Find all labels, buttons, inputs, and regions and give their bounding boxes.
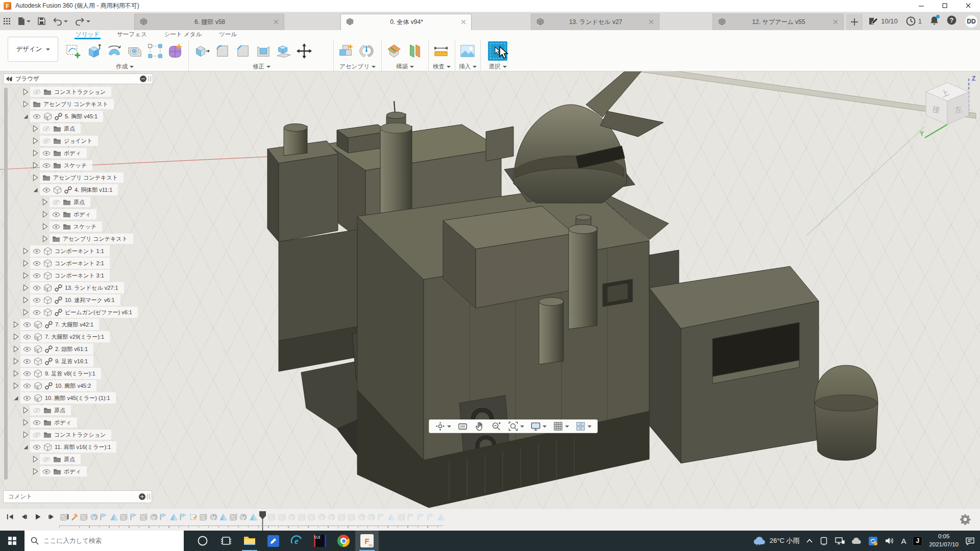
construct-plane-icon[interactable] (385, 41, 403, 61)
document-tab[interactable]: 6. 腰部 v58 (134, 14, 284, 30)
visibility-eye-icon[interactable] (52, 199, 60, 205)
timeline-feature-joint-icon[interactable] (209, 511, 219, 522)
env-tab[interactable]: ソリッド (75, 30, 101, 39)
timeline-feature-plane-icon[interactable] (129, 511, 139, 522)
visibility-eye-icon[interactable] (33, 114, 41, 119)
close-button[interactable] (957, 0, 980, 12)
visibility-eye-icon[interactable] (33, 408, 41, 413)
comment-box[interactable]: コメント (3, 490, 152, 503)
action-center-icon[interactable] (965, 537, 975, 545)
timeline-feature-mirror-icon[interactable] (386, 511, 397, 522)
close-tab-icon[interactable] (649, 19, 654, 26)
timeline-feature-plane-icon[interactable] (377, 511, 387, 522)
visibility-eye-icon[interactable] (42, 151, 51, 156)
timeline-feature-joint-icon[interactable] (287, 511, 297, 522)
browser-row[interactable]: 原点 (7, 404, 138, 416)
insert-canvas-icon[interactable] (458, 41, 477, 61)
visibility-eye-icon[interactable] (23, 371, 31, 377)
new-component-icon[interactable] (337, 41, 355, 61)
timeline-feature-plane-icon[interactable] (416, 511, 427, 522)
document-tab[interactable]: 12. サブアーム v55 (713, 14, 844, 30)
expand-arrow-icon[interactable] (22, 272, 29, 279)
expand-arrow-icon[interactable] (22, 296, 29, 304)
file-menu-icon[interactable] (18, 17, 31, 26)
timeline-feature-component-icon[interactable] (397, 511, 407, 522)
press-pull-icon[interactable] (193, 41, 211, 61)
browser-row[interactable]: コンポーネント 3:1 (7, 269, 138, 282)
construct-group-label[interactable]: 構築 (382, 63, 428, 70)
help-button[interactable]: ? (947, 15, 957, 27)
browser-row[interactable]: 9. 足首 v16:1 (7, 355, 138, 367)
pan-tool-icon[interactable] (472, 420, 487, 433)
visibility-eye-icon[interactable] (42, 163, 51, 168)
taskbar-search-box[interactable] (24, 531, 184, 551)
user-avatar[interactable]: DD (965, 15, 978, 28)
taskbar-vix-button[interactable]: ViX (308, 531, 332, 551)
collapse-arrow-icon[interactable] (12, 394, 19, 402)
collapse-arrow-icon[interactable] (22, 113, 29, 120)
browser-row[interactable]: 5. 胸部 v45:1 (7, 110, 138, 122)
grid-settings-icon[interactable] (551, 420, 571, 433)
timeline-feature-plane-icon[interactable] (179, 511, 189, 522)
measure-icon[interactable] (432, 41, 450, 61)
visibility-eye-icon[interactable] (33, 310, 41, 315)
tray-volume-icon[interactable] (885, 537, 894, 545)
close-tab-icon[interactable] (461, 19, 466, 26)
fillet-icon[interactable] (213, 41, 232, 61)
expand-arrow-icon[interactable] (41, 198, 48, 206)
browser-row[interactable]: ジョイント (7, 135, 138, 147)
taskbar-weather-widget[interactable]: 26°C 小雨 (753, 536, 800, 545)
new-tab-button[interactable] (846, 14, 863, 30)
timeline-feature-plane-icon[interactable] (406, 511, 416, 522)
start-button[interactable] (0, 531, 24, 551)
tray-remote-app-icon[interactable] (868, 536, 878, 546)
visibility-eye-icon[interactable] (33, 285, 41, 291)
visibility-eye-icon[interactable] (42, 457, 51, 462)
timeline-feature-component-icon[interactable] (337, 511, 347, 522)
browser-row[interactable]: 4. 胴体部 v11:1 (7, 184, 138, 196)
browser-row[interactable]: ボディ (7, 416, 138, 429)
ime-indicator[interactable]: A (901, 537, 906, 545)
modify-group-label[interactable]: 修正 (190, 63, 333, 70)
visibility-eye-icon[interactable] (42, 126, 51, 132)
taskbar-ie-button[interactable]: e (285, 531, 308, 551)
taskbar-clock[interactable]: 0:05 2021/07/10 (929, 533, 959, 548)
workspace-selector[interactable]: デザイン (8, 37, 58, 62)
create-form-icon[interactable] (166, 41, 185, 61)
browser-row[interactable]: ボディ (7, 147, 138, 159)
hole-icon[interactable] (126, 41, 144, 61)
visibility-eye-icon[interactable] (33, 432, 41, 438)
timeline-feature-plane-icon[interactable] (426, 511, 436, 522)
timeline-feature-joint-icon[interactable] (89, 511, 100, 522)
taskbar-fusion360-button[interactable]: F360 (355, 531, 379, 551)
close-tab-icon[interactable] (274, 19, 279, 26)
browser-row[interactable]: スケッチ (7, 220, 138, 233)
document-tab[interactable]: 0. 全体 v94* (340, 14, 472, 30)
browser-header[interactable]: ブラウザ (3, 73, 153, 84)
timeline-feature-mirror-icon[interactable] (169, 511, 179, 522)
timeline-feature-joint-icon[interactable] (357, 511, 367, 522)
step-back-button[interactable] (19, 512, 29, 522)
browser-row[interactable]: スケッチ (7, 159, 138, 171)
timeline-options-gear-icon[interactable] (960, 514, 971, 527)
visibility-eye-icon[interactable] (52, 224, 60, 230)
expand-arrow-icon[interactable] (12, 321, 19, 328)
redo-icon[interactable] (75, 17, 90, 26)
expand-arrow-icon[interactable] (12, 358, 19, 365)
construct-axis-icon[interactable] (405, 41, 424, 61)
display-settings-icon[interactable] (528, 420, 549, 433)
expand-arrow-icon[interactable] (22, 407, 29, 414)
expand-arrow-icon[interactable] (32, 456, 38, 463)
browser-row[interactable]: アセンブリ コンテキスト (7, 171, 138, 184)
search-input[interactable] (43, 537, 166, 544)
expand-arrow-icon[interactable] (32, 149, 38, 157)
timeline-feature-mirror-icon[interactable] (218, 511, 229, 522)
revolve-icon[interactable] (105, 41, 124, 61)
visibility-eye-icon[interactable] (33, 444, 41, 450)
browser-row[interactable]: 10. 腕部 v45:2 (7, 380, 138, 392)
visibility-eye-icon[interactable] (33, 248, 41, 254)
expand-arrow-icon[interactable] (12, 333, 19, 340)
tray-onedrive-icon[interactable] (851, 538, 862, 544)
maximize-button[interactable] (933, 0, 957, 12)
panel-drag-handle[interactable] (149, 76, 151, 82)
